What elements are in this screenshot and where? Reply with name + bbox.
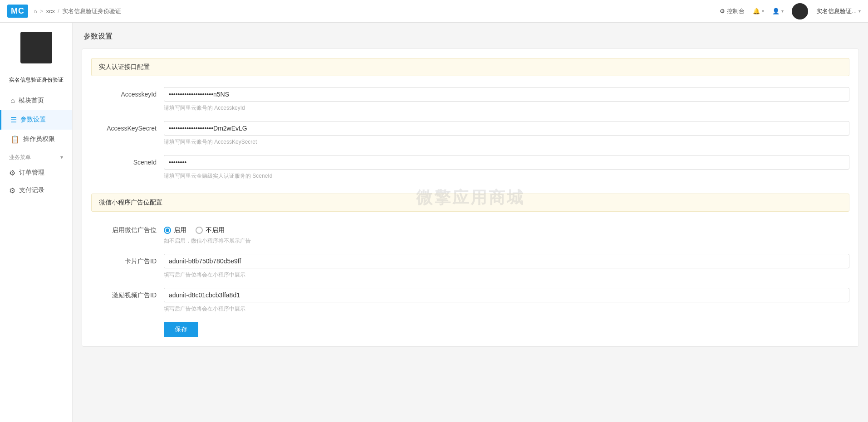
sidebar-logo-area: [0, 23, 72, 73]
user-chevron: ▾: [781, 9, 784, 14]
notification-button[interactable]: ▾: [753, 8, 764, 15]
wechat-ad-section-header: 微信小程序广告位配置: [91, 194, 849, 212]
bell-chevron: ▾: [762, 9, 764, 14]
save-button[interactable]: 保存: [164, 322, 198, 337]
breadcrumb: ⌂ > xcx / 实名信息验证身份验证: [34, 7, 121, 15]
enable-ad-radio-group: 启用 不启用: [164, 223, 849, 234]
gear-icon: [720, 8, 725, 15]
sidebar-item-payments[interactable]: 支付记录: [0, 182, 72, 199]
realname-section-header: 实人认证接口配置: [91, 58, 849, 76]
sidebar-section-label: 业务菜单: [9, 154, 31, 161]
accesskey-id-hint: 请填写阿里云账号的 AccesskeyId: [164, 104, 849, 112]
page-title: 参数设置: [82, 32, 859, 41]
username-text: 实名信息验证...: [816, 7, 857, 15]
video-ad-id-input[interactable]: [164, 288, 849, 302]
sidebar-item-permissions[interactable]: 操作员权限: [0, 130, 72, 149]
enable-ad-option-enable[interactable]: 启用: [164, 226, 186, 234]
accesskey-id-label: AccesskeyId: [91, 87, 164, 98]
enable-ad-content: 启用 不启用 如不启用，微信小程序将不展示广告: [164, 223, 849, 245]
payment-gear-icon: [9, 186, 15, 195]
accesskey-secret-content: 请填写阿里云账号的 AccessKeySecret: [164, 121, 849, 146]
breadcrumb-sep1: >: [40, 8, 44, 15]
radio-disable-label: 不启用: [206, 226, 225, 234]
accesskey-id-content: 请填写阿里云账号的 AccesskeyId: [164, 87, 849, 112]
breadcrumb-page: 实名信息验证身份验证: [62, 7, 121, 15]
accesskey-id-input[interactable]: [164, 87, 849, 102]
card-ad-id-row: 卡片广告ID 填写后广告位将会在小程序中展示: [91, 254, 849, 279]
scene-id-label: SceneId: [91, 155, 164, 166]
sidebar: 实名信息验证身份验证 模块首页 参数设置 操作员权限 业务菜单 ▾ 订单管理 支…: [0, 23, 73, 422]
scene-id-row: SceneId 请填写阿里云金融级实人认证服务的 SceneId: [91, 155, 849, 180]
list-icon: [10, 116, 17, 124]
sidebar-item-home-label: 模块首页: [19, 97, 44, 105]
card-ad-id-input[interactable]: [164, 254, 849, 268]
order-gear-icon: [9, 169, 15, 177]
accesskey-secret-hint: 请填写阿里云账号的 AccessKeySecret: [164, 138, 849, 146]
sidebar-item-params[interactable]: 参数设置: [0, 110, 72, 130]
accesskey-secret-row: AccessKeySecret 请填写阿里云账号的 AccessKeySecre…: [91, 121, 849, 146]
breadcrumb-sep2: /: [58, 8, 59, 15]
params-card: 微擎应用商城 实人认证接口配置 AccesskeyId 请填写阿里云账号的 Ac…: [82, 49, 859, 347]
accesskey-secret-label: AccessKeySecret: [91, 121, 164, 132]
sidebar-section-chevron[interactable]: ▾: [60, 154, 63, 160]
accesskey-secret-input[interactable]: [164, 121, 849, 136]
avatar[interactable]: [792, 3, 808, 19]
form-actions: 保存: [91, 322, 849, 337]
sidebar-logo: [20, 32, 52, 63]
enable-ad-option-disable[interactable]: 不启用: [196, 226, 225, 234]
radio-enable-icon: [164, 227, 171, 234]
username-label[interactable]: 实名信息验证... ▾: [816, 7, 861, 15]
content-area: 参数设置 微擎应用商城 实人认证接口配置 AccesskeyId 请填写阿里云账…: [73, 23, 868, 422]
card-ad-id-hint: 填写后广告位将会在小程序中展示: [164, 271, 849, 279]
sidebar-item-home[interactable]: 模块首页: [0, 91, 72, 110]
sidebar-section-business: 业务菜单 ▾: [0, 149, 72, 164]
card-ad-id-label: 卡片广告ID: [91, 254, 164, 266]
sidebar-app-name: 实名信息验证身份验证: [0, 73, 72, 91]
video-ad-id-hint: 填写后广告位将会在小程序中展示: [164, 305, 849, 313]
sidebar-item-orders-label: 订单管理: [19, 169, 44, 177]
enable-ad-hint: 如不启用，微信小程序将不展示广告: [164, 237, 849, 245]
scene-id-content: 请填写阿里云金融级实人认证服务的 SceneId: [164, 155, 849, 180]
enable-ad-label: 启用微信广告位: [91, 223, 164, 234]
breadcrumb-home-icon[interactable]: ⌂: [34, 8, 37, 15]
enable-ad-row: 启用微信广告位 启用 不启用 如不启用，微信小程序将不展示广告: [91, 223, 849, 245]
sidebar-item-permissions-label: 操作员权限: [23, 135, 55, 143]
radio-disable-icon: [196, 227, 203, 234]
main-layout: 实名信息验证身份验证 模块首页 参数设置 操作员权限 业务菜单 ▾ 订单管理 支…: [0, 23, 868, 422]
header: MC ⌂ > xcx / 实名信息验证身份验证 控制台 ▾ ▾ 实名信息验证..…: [0, 0, 868, 23]
scene-id-input[interactable]: [164, 155, 849, 170]
radio-enable-label: 启用: [174, 226, 186, 234]
header-right: 控制台 ▾ ▾ 实名信息验证... ▾: [720, 3, 861, 19]
console-label: 控制台: [727, 7, 745, 15]
video-ad-id-row: 激励视频广告ID 填写后广告位将会在小程序中展示: [91, 288, 849, 313]
file-icon: [10, 135, 20, 144]
logo: MC: [7, 5, 28, 18]
card-ad-id-content: 填写后广告位将会在小程序中展示: [164, 254, 849, 279]
sidebar-item-payments-label: 支付记录: [19, 186, 44, 194]
scene-id-hint: 请填写阿里云金融级实人认证服务的 SceneId: [164, 172, 849, 180]
breadcrumb-xcx: xcx: [46, 8, 55, 15]
home-icon: [10, 97, 15, 105]
video-ad-id-label: 激励视频广告ID: [91, 288, 164, 300]
sidebar-item-params-label: 参数设置: [20, 116, 46, 124]
user-icon: [772, 8, 780, 15]
sidebar-item-orders[interactable]: 订单管理: [0, 164, 72, 182]
video-ad-id-content: 填写后广告位将会在小程序中展示: [164, 288, 849, 313]
accesskey-id-row: AccesskeyId 请填写阿里云账号的 AccesskeyId: [91, 87, 849, 112]
console-button[interactable]: 控制台: [720, 7, 745, 15]
user-button[interactable]: ▾: [772, 8, 784, 15]
bell-icon: [753, 8, 760, 15]
username-chevron: ▾: [858, 9, 861, 14]
